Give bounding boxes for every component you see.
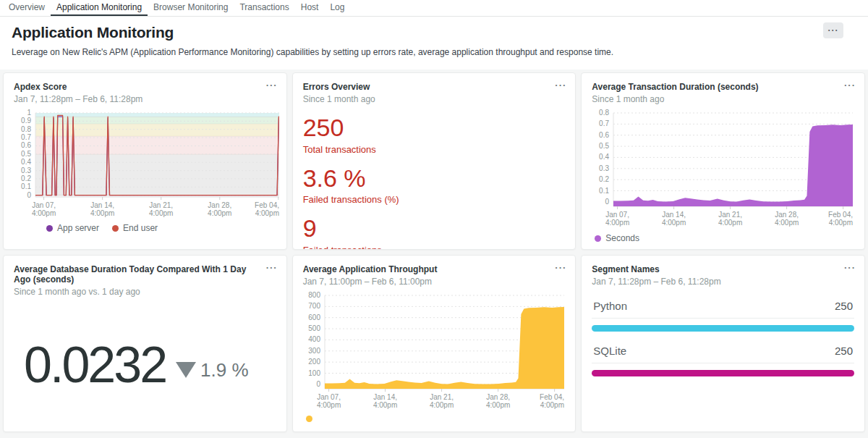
card-title: Average Transaction Duration (seconds) [592,82,854,92]
apdex-legend: App server End user [46,223,276,233]
throughput-chart: 8007006005004003002001000Jan 07,4:00pmJa… [303,291,566,414]
metric-label: Failed transactions [303,245,566,250]
legend-dot-icon [112,225,119,232]
svg-text:4:00pm: 4:00pm [208,209,231,217]
card-apdex-score: Apdex Score Jan 7, 11:28pm – Feb 6, 11:2… [3,72,287,250]
svg-text:400: 400 [308,335,320,343]
svg-text:0.7: 0.7 [599,119,609,127]
card-title: Average Database Duration Today Compared… [14,264,276,285]
svg-text:0.4: 0.4 [599,153,609,161]
svg-text:Feb 04,: Feb 04, [828,211,853,219]
legend-item-seconds[interactable]: Seconds [595,233,639,243]
segment-text-row: Python 250 [592,300,854,319]
legend-label: App server [57,223,99,233]
card-title: Average Application Throughput [303,264,566,274]
segment-bar[interactable] [592,370,854,376]
svg-text:0.9: 0.9 [21,117,31,125]
svg-text:4:00pm: 4:00pm [373,401,397,409]
svg-text:0.2: 0.2 [599,175,609,183]
svg-text:100: 100 [308,369,320,377]
svg-text:0.8: 0.8 [599,109,609,117]
svg-text:4:00pm: 4:00pm [605,219,629,227]
metric-failed-transactions-pct: 3.6 % Failed transactions (%) [303,166,566,206]
card-transaction-duration: Average Transaction Duration (seconds) S… [581,72,865,250]
metric-failed-transactions: 9 Failed transactions [303,216,566,250]
svg-text:4:00pm: 4:00pm [829,219,853,227]
card-application-throughput: Average Application Throughput Jan 7, 11… [292,255,576,432]
segment-row-python: Python 250 [592,300,854,332]
legend-item-app-server[interactable]: App server [46,223,99,233]
svg-text:Jan 21,: Jan 21, [149,201,173,209]
card-more-button[interactable]: ··· [266,263,278,272]
card-more-button[interactable]: ··· [844,80,856,90]
svg-text:4:00pm: 4:00pm [486,401,510,409]
page-header: Application Monitoring Leverage on New R… [0,17,868,70]
svg-text:1: 1 [27,109,31,117]
card-subtitle: Since 1 month ago vs. 1 day ago [14,287,276,297]
segment-value: 250 [835,345,853,357]
svg-text:800: 800 [308,291,320,299]
svg-text:Jan 07,: Jan 07, [605,211,629,219]
svg-text:Jan 28,: Jan 28, [775,211,799,219]
card-segment-names: Segment Names Jan 7, 11:28pm – Feb 6, 11… [581,255,865,432]
metric-value: 9 [303,216,566,242]
legend-item-end-user[interactable]: End user [112,223,158,233]
segment-value: 250 [835,300,853,312]
tab-log[interactable]: Log [324,0,350,16]
tab-overview[interactable]: Overview [3,0,51,16]
throughput-legend [306,416,566,422]
svg-text:0.5: 0.5 [599,142,609,150]
svg-text:300: 300 [308,347,320,355]
svg-text:0: 0 [27,191,31,199]
svg-text:4:00pm: 4:00pm [255,209,279,217]
svg-text:Jan 14,: Jan 14, [373,393,397,401]
card-errors-overview: Errors Overview Since 1 month ago ··· 25… [292,72,576,250]
card-more-button[interactable]: ··· [266,80,278,90]
trend-value: 1.9 % [200,359,249,382]
svg-text:Jan 07,: Jan 07, [317,393,341,401]
svg-text:Jan 21,: Jan 21, [719,211,743,219]
apdex-chart: 10.90.80.70.60.50.40.30.20.10Jan 07,4:00… [14,109,276,222]
tab-browser-monitoring[interactable]: Browser Monitoring [148,0,234,16]
top-tab-bar: Overview Application Monitoring Browser … [0,0,868,17]
card-more-button[interactable]: ··· [844,263,856,272]
svg-text:600: 600 [308,313,320,321]
svg-text:0.7: 0.7 [21,133,31,141]
svg-text:Jan 07,: Jan 07, [32,201,56,209]
page-more-button[interactable]: ··· [823,22,843,38]
card-title: Segment Names [592,264,854,274]
card-title: Errors Overview [303,82,566,92]
metric-label: Failed transactions (%) [303,194,566,205]
svg-text:4:00pm: 4:00pm [317,401,341,409]
legend-dot-icon [595,235,601,242]
legend-label: End user [123,223,158,233]
svg-text:Jan 14,: Jan 14, [90,201,114,209]
metric-label: Total transactions [303,144,566,155]
svg-text:0.3: 0.3 [599,164,609,172]
metric-value: 250 [303,115,566,141]
svg-text:4:00pm: 4:00pm [540,401,563,409]
card-subtitle: Jan 7, 11:00pm – Feb 6, 11:00pm [303,277,566,287]
segment-bar[interactable] [592,325,854,332]
card-subtitle: Jan 7, 11:28pm – Feb 6, 11:28pm [592,277,854,287]
segment-label: SQLite [593,345,626,357]
tab-transactions[interactable]: Transactions [234,0,294,16]
tab-host[interactable]: Host [295,0,325,16]
segment-row-sqlite: SQLite 250 [592,345,854,376]
card-subtitle: Since 1 month ago [592,94,854,104]
svg-text:Feb 04,: Feb 04, [255,201,279,209]
card-subtitle: Jan 7, 11:28pm – Feb 6, 11:28pm [14,94,276,104]
legend-label: Seconds [605,233,639,243]
card-more-button[interactable]: ··· [555,263,566,272]
legend-item-throughput[interactable] [306,416,317,422]
tab-application-monitoring[interactable]: Application Monitoring [51,0,148,16]
svg-text:0.3: 0.3 [21,167,31,174]
dashboard-grid: Apdex Score Jan 7, 11:28pm – Feb 6, 11:2… [0,70,868,435]
card-more-button[interactable]: ··· [555,80,566,90]
svg-text:0.6: 0.6 [21,141,31,149]
metric-value: 3.6 % [303,166,566,192]
card-subtitle: Since 1 month ago [303,94,566,104]
segment-text-row: SQLite 250 [592,345,854,363]
billboard-row: 0.0232 1.9 % [24,336,276,394]
svg-text:Jan 28,: Jan 28, [208,201,231,209]
